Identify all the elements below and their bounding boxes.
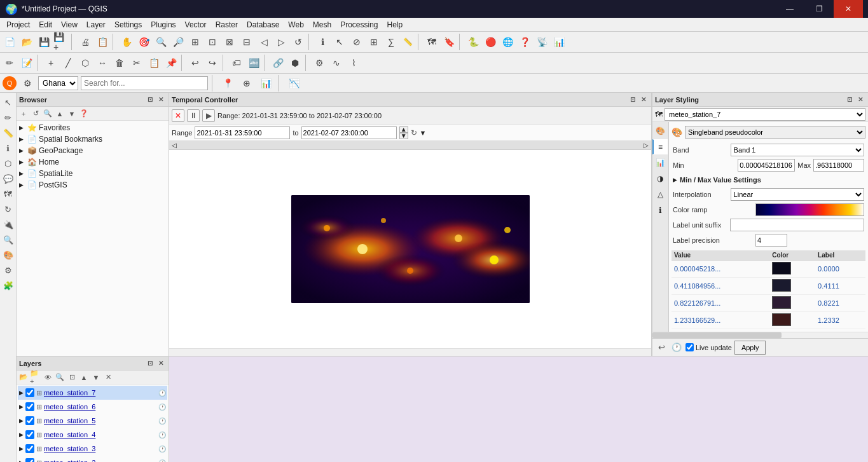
- layer-6-visibility-checkbox[interactable]: [25, 402, 34, 411]
- redo-btn[interactable]: ↪: [204, 55, 221, 71]
- style-tool-icon[interactable]: 🎨: [1, 248, 15, 262]
- range-up-btn[interactable]: ▲: [399, 126, 408, 133]
- min-input[interactable]: [738, 159, 795, 172]
- layers-filter-btn[interactable]: 🔍: [54, 372, 65, 383]
- plugin2-btn[interactable]: 🌐: [499, 34, 516, 50]
- browser-close-btn[interactable]: ✕: [156, 95, 166, 105]
- new-project-btn[interactable]: 📄: [1, 34, 18, 50]
- layers-move-up-btn[interactable]: ▲: [78, 372, 90, 383]
- label-pin-btn[interactable]: 🏷: [228, 55, 245, 71]
- layers-show-all-btn[interactable]: 👁: [42, 372, 53, 383]
- python-btn[interactable]: 🐍: [465, 34, 481, 50]
- identify-tool-icon[interactable]: ℹ: [1, 141, 15, 155]
- map-tip-btn[interactable]: 📍: [219, 75, 236, 92]
- menu-mesh[interactable]: Mesh: [309, 19, 335, 31]
- menu-edit[interactable]: Edit: [35, 19, 56, 31]
- measure-tool-icon[interactable]: 📏: [1, 126, 15, 140]
- browser-collapse-btn[interactable]: ▲: [54, 108, 65, 119]
- layers-move-down-btn[interactable]: ▼: [90, 372, 102, 383]
- label-suffix-input[interactable]: [730, 219, 864, 231]
- tile-scale-btn[interactable]: 🗺: [424, 34, 440, 50]
- styling-hist-icon[interactable]: 📊: [652, 155, 668, 170]
- filter-tool-icon[interactable]: 🔍: [1, 233, 15, 247]
- browser-help-btn[interactable]: ❓: [78, 108, 90, 119]
- select-features-btn[interactable]: ↖: [331, 34, 348, 50]
- zoom-in-btn[interactable]: 🔍: [153, 34, 169, 50]
- stats-btn[interactable]: ∑: [383, 34, 399, 50]
- identify-btn[interactable]: ℹ: [314, 34, 331, 50]
- color-swatch-cell-0[interactable]: [769, 261, 815, 278]
- color-swatch-cell-1[interactable]: [769, 278, 815, 295]
- delete-selected-btn[interactable]: 🗑: [111, 55, 128, 71]
- browser-item-spatialite[interactable]: ▶ 📄 SpatiaLite: [18, 168, 167, 179]
- range-dropdown-icon[interactable]: ▼: [420, 129, 427, 137]
- 3d-tool-icon[interactable]: 🗺: [1, 187, 15, 201]
- styling-float-btn[interactable]: ⊡: [844, 95, 855, 105]
- range-refresh-btn[interactable]: ↻: [411, 128, 417, 137]
- menu-view[interactable]: View: [57, 19, 81, 31]
- browser-float-btn[interactable]: ⊡: [145, 95, 155, 105]
- layers-filter-map-btn[interactable]: ⊡: [66, 372, 78, 383]
- minimize-btn[interactable]: —: [775, 0, 804, 18]
- save-project-btn[interactable]: 💾: [36, 34, 52, 50]
- styling-band-icon[interactable]: ≡: [652, 139, 668, 154]
- bookmarks-btn[interactable]: 🔖: [441, 34, 457, 50]
- label-move-btn[interactable]: 🔤: [245, 55, 262, 71]
- styling-close-btn[interactable]: ✕: [855, 95, 865, 105]
- apply-button[interactable]: Apply: [734, 341, 766, 355]
- digitize-btn[interactable]: ✏: [1, 55, 18, 71]
- range-down-btn[interactable]: ▼: [399, 133, 408, 139]
- undo-btn[interactable]: ↩: [187, 55, 203, 71]
- open-project-btn[interactable]: 📂: [18, 34, 35, 50]
- layer-2-visibility-checkbox[interactable]: [25, 458, 34, 462]
- open-table-btn[interactable]: ⊞: [366, 34, 382, 50]
- pan-to-selection-btn[interactable]: 🎯: [135, 34, 152, 50]
- location-config-btn[interactable]: ⚙: [19, 75, 36, 92]
- styling-layer-select[interactable]: meteo_station_7: [665, 108, 865, 121]
- browser-item-favorites[interactable]: ▶ ⭐ Favorites: [18, 122, 167, 133]
- temporal-scrollbar-h[interactable]: [169, 348, 651, 356]
- menu-layer[interactable]: Layer: [83, 19, 109, 31]
- max-input[interactable]: [813, 159, 864, 172]
- annotation-tool-icon[interactable]: 💬: [1, 172, 15, 186]
- menu-database[interactable]: Database: [243, 19, 283, 31]
- nav-left-btn[interactable]: ◁: [172, 142, 177, 149]
- rotate-tool-icon[interactable]: ↻: [1, 202, 15, 216]
- paste-features-btn[interactable]: 📌: [163, 55, 179, 71]
- live-update-checkbox[interactable]: [685, 343, 694, 351]
- advanced-digitize-btn[interactable]: ⚙: [311, 55, 327, 71]
- move-feature-btn[interactable]: ↔: [94, 55, 111, 71]
- layers-add-group-btn[interactable]: 📁+: [30, 372, 41, 383]
- menu-processing[interactable]: Processing: [336, 19, 382, 31]
- browser-item-postgis[interactable]: ▶ 📄 PostGIS: [18, 179, 167, 191]
- styling-pyramid-icon[interactable]: △: [652, 187, 668, 202]
- edit-btn[interactable]: 📝: [18, 55, 35, 71]
- zoom-out-btn[interactable]: 🔎: [170, 34, 186, 50]
- styling-color-icon[interactable]: 🎨: [652, 123, 668, 139]
- topology-btn[interactable]: ⬢: [287, 55, 303, 71]
- menu-settings[interactable]: Settings: [111, 19, 146, 31]
- layers-float-btn[interactable]: ⊡: [145, 358, 155, 369]
- styling-scrollbar-h[interactable]: [652, 332, 868, 338]
- help-btn[interactable]: ❓: [516, 34, 533, 50]
- temporal-pause-btn[interactable]: ⏸: [187, 109, 200, 122]
- layer-item-6[interactable]: ▶ ⊞ meteo_station_6 🕐: [18, 400, 167, 414]
- temporal-close-btn[interactable]: ✕: [638, 95, 649, 105]
- snapping-btn[interactable]: 🔗: [270, 55, 286, 71]
- add-layer-btn[interactable]: 📉: [286, 75, 302, 92]
- layers-open-btn[interactable]: 📂: [18, 372, 29, 383]
- deselect-btn[interactable]: ⊘: [348, 34, 365, 50]
- add-polygon-btn[interactable]: ⬡: [77, 55, 93, 71]
- compose-btn[interactable]: 📋: [94, 34, 111, 50]
- layers-close-btn[interactable]: ✕: [156, 358, 166, 369]
- layer-3-visibility-checkbox[interactable]: [25, 444, 34, 453]
- layer-diagram-btn[interactable]: 📊: [258, 75, 274, 92]
- renderer-select[interactable]: Singleband pseudocolor: [685, 126, 865, 139]
- styling-undo-btn[interactable]: ↩: [655, 341, 668, 354]
- nav-right-btn[interactable]: ▷: [644, 142, 649, 149]
- temporal-float-btn[interactable]: ⊡: [628, 95, 638, 105]
- menu-web[interactable]: Web: [284, 19, 307, 31]
- menu-plugins[interactable]: Plugins: [147, 19, 179, 31]
- qgis-locate-btn[interactable]: Q: [3, 76, 17, 90]
- range-start-input[interactable]: [195, 126, 290, 139]
